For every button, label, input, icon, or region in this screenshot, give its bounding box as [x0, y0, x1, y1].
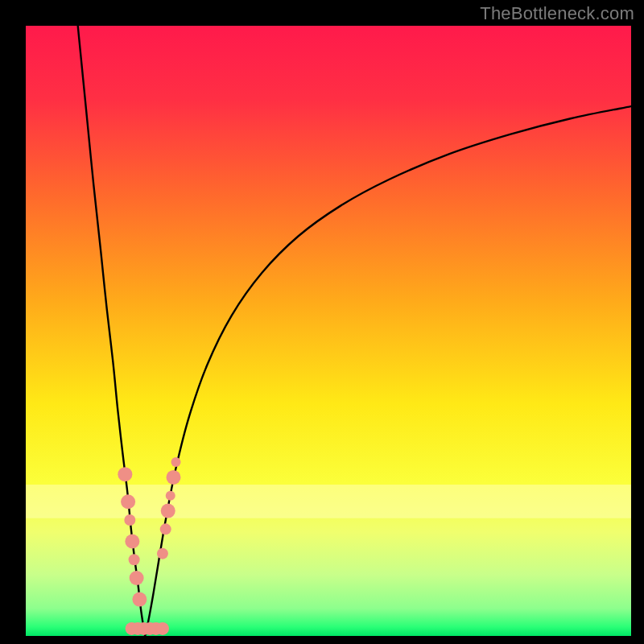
- gradient-background: [26, 26, 631, 636]
- marker-dot: [124, 514, 135, 526]
- marker-dot: [125, 535, 139, 549]
- highlight-band: [26, 485, 631, 518]
- marker-dot: [171, 457, 180, 467]
- watermark-label: TheBottleneck.com: [480, 3, 634, 24]
- marker-dot: [156, 622, 169, 635]
- marker-dot: [160, 523, 171, 535]
- marker-dot: [132, 592, 147, 607]
- marker-dot: [118, 467, 132, 481]
- marker-dot: [130, 571, 144, 585]
- plot-svg: [26, 26, 631, 636]
- marker-dot: [121, 494, 135, 509]
- marker-dot: [129, 554, 140, 565]
- outer-frame: TheBottleneck.com: [0, 0, 644, 644]
- marker-dot: [161, 504, 175, 518]
- plot-area: [26, 26, 631, 636]
- marker-dot: [166, 470, 180, 485]
- marker-dot: [166, 491, 175, 501]
- marker-dot: [157, 548, 168, 559]
